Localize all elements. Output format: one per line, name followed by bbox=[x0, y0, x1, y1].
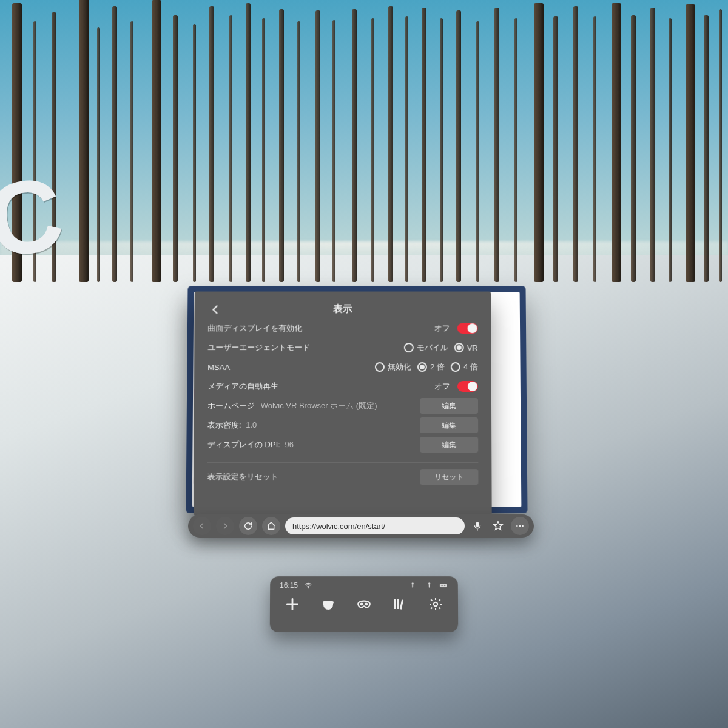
svg-rect-15 bbox=[394, 599, 396, 609]
toggle-state-text: オフ bbox=[434, 381, 450, 392]
svg-point-14 bbox=[365, 604, 367, 605]
controller-right-icon bbox=[424, 581, 433, 590]
nav-forward-button bbox=[216, 517, 234, 535]
label-display-density: 表示密度: 1.0 bbox=[207, 420, 257, 431]
label-curved-display: 曲面ディスプレイを有効化 bbox=[207, 323, 302, 334]
label-display-dpi: ディスプレイの DPI: 96 bbox=[207, 439, 294, 450]
radio-msaa-4x[interactable]: 4 倍 bbox=[451, 362, 478, 372]
svg-rect-16 bbox=[397, 599, 399, 609]
svg-rect-9 bbox=[440, 584, 447, 587]
svg-rect-12 bbox=[323, 601, 334, 604]
reset-button[interactable]: リセット bbox=[420, 469, 478, 485]
label-user-agent-mode: ユーザーエージェントモード bbox=[207, 342, 310, 353]
value-display-dpi: 96 bbox=[285, 440, 294, 449]
url-field[interactable]: https://wolvic.com/en/start/ bbox=[285, 517, 465, 534]
edit-dpi-button[interactable]: 編集 bbox=[420, 437, 478, 453]
radio-msaa-2x[interactable]: 2 倍 bbox=[417, 362, 445, 372]
voice-search-button[interactable] bbox=[470, 518, 485, 534]
system-tray: 16:15 bbox=[270, 576, 459, 632]
url-text: https://wolvic.com/en/start/ bbox=[292, 522, 385, 531]
value-homepage: Wolvic VR Browser ホーム (既定) bbox=[261, 401, 377, 410]
row-msaa: MSAA 無効化 2 倍 4 倍 bbox=[207, 358, 478, 376]
private-mode-button[interactable] bbox=[352, 592, 376, 616]
row-display-density: 表示密度: 1.0 編集 bbox=[207, 416, 478, 434]
svg-point-10 bbox=[441, 585, 442, 586]
label-msaa: MSAA bbox=[207, 363, 230, 372]
nav-back-button bbox=[193, 517, 211, 535]
svg-rect-6 bbox=[412, 584, 413, 587]
row-curved-display: 曲面ディスプレイを有効化 オフ bbox=[207, 319, 477, 337]
bookmark-button[interactable] bbox=[490, 518, 506, 534]
settings-tray-button[interactable] bbox=[423, 592, 448, 616]
settings-title: 表示 bbox=[207, 300, 477, 318]
new-window-button[interactable] bbox=[280, 592, 305, 616]
svg-point-4 bbox=[308, 588, 309, 588]
svg-rect-8 bbox=[429, 584, 430, 587]
more-menu-button[interactable] bbox=[511, 517, 529, 535]
row-homepage: ホームページ Wolvic VR Browser ホーム (既定) 編集 bbox=[207, 397, 478, 415]
svg-rect-17 bbox=[400, 599, 403, 609]
back-button[interactable] bbox=[207, 302, 222, 317]
edit-density-button[interactable]: 編集 bbox=[420, 417, 478, 433]
wifi-icon bbox=[304, 581, 312, 590]
svg-point-11 bbox=[444, 585, 445, 586]
toggle-state-text: オフ bbox=[434, 323, 450, 334]
label-homepage: ホームページ Wolvic VR Browser ホーム (既定) bbox=[207, 400, 377, 411]
home-button[interactable] bbox=[262, 517, 280, 535]
svg-rect-0 bbox=[476, 522, 479, 527]
toggle-curved-display[interactable] bbox=[457, 323, 478, 334]
svg-point-2 bbox=[519, 525, 521, 527]
library-button[interactable] bbox=[388, 592, 412, 616]
browser-navbar: https://wolvic.com/en/start/ bbox=[188, 514, 534, 538]
toggle-autoplay[interactable] bbox=[457, 381, 478, 392]
row-display-dpi: ディスプレイの DPI: 96 編集 bbox=[207, 436, 479, 454]
status-time: 16:15 bbox=[280, 581, 298, 590]
row-user-agent-mode: ユーザーエージェントモード モバイル VR bbox=[207, 339, 477, 357]
headset-icon bbox=[439, 581, 448, 590]
radio-ua-vr[interactable]: VR bbox=[454, 343, 478, 352]
svg-point-13 bbox=[361, 604, 363, 605]
edit-homepage-button[interactable]: 編集 bbox=[420, 398, 478, 414]
value-display-density: 1.0 bbox=[246, 420, 257, 430]
row-reset: 表示設定をリセット リセット bbox=[207, 468, 479, 486]
reload-button[interactable] bbox=[239, 517, 257, 535]
svg-point-1 bbox=[516, 525, 517, 527]
radio-ua-mobile[interactable]: モバイル bbox=[404, 342, 448, 353]
svg-point-18 bbox=[433, 602, 437, 606]
radio-msaa-off[interactable]: 無効化 bbox=[375, 362, 411, 372]
divider bbox=[207, 462, 479, 463]
label-reset: 表示設定をリセット bbox=[207, 471, 278, 482]
settings-panel: 表示 曲面ディスプレイを有効化 オフ ユーザーエージェントモード モバイル VR… bbox=[194, 292, 491, 516]
home-tray-button[interactable] bbox=[316, 592, 340, 616]
controller-left-icon bbox=[410, 581, 418, 590]
svg-point-3 bbox=[522, 525, 523, 527]
row-autoplay: メディアの自動再生 オフ bbox=[207, 377, 478, 396]
label-autoplay: メディアの自動再生 bbox=[207, 381, 278, 392]
